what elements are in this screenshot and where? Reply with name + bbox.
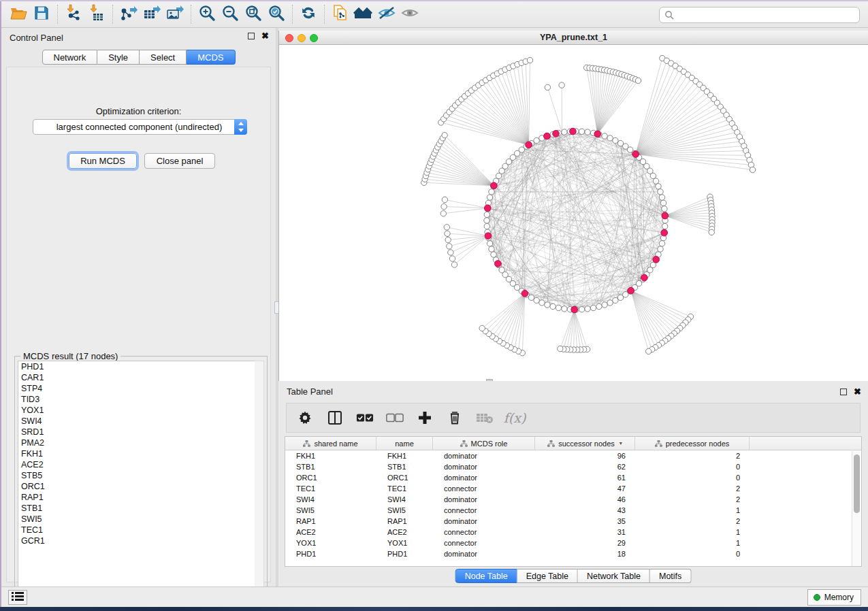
zoom-in-button[interactable] xyxy=(195,4,219,24)
delete-table-button[interactable] xyxy=(476,409,494,427)
table-row[interactable]: SWI5SWI5connector431 xyxy=(285,505,861,516)
show-all-button[interactable] xyxy=(398,4,421,24)
table-row[interactable]: RAP1RAP1dominator352 xyxy=(285,516,861,527)
criterion-dropdown[interactable]: largest connected component (undirected) xyxy=(33,119,247,135)
table-cell[interactable]: ORC1 xyxy=(285,472,376,483)
table-scrollbar-thumb[interactable] xyxy=(854,455,860,513)
column-layout-button[interactable] xyxy=(326,409,344,427)
table-cell[interactable]: 1 xyxy=(635,527,750,538)
mcds-result-item[interactable]: FKH1 xyxy=(18,448,255,459)
table-row[interactable]: PHD1PHD1dominator180 xyxy=(285,548,861,559)
table-cell[interactable]: dominator xyxy=(433,472,535,483)
select-all-button[interactable] xyxy=(356,409,374,427)
table-cell[interactable]: 1 xyxy=(635,505,750,516)
mcds-result-item[interactable]: TID3 xyxy=(18,394,255,405)
mcds-result-item[interactable]: STP4 xyxy=(18,383,255,394)
table-cell[interactable]: dominator xyxy=(433,516,535,527)
refresh-button[interactable] xyxy=(297,4,320,24)
mcds-result-item[interactable]: CAR1 xyxy=(18,372,255,383)
table-cell[interactable]: 1 xyxy=(635,538,750,548)
mcds-result-item[interactable]: TEC1 xyxy=(18,525,255,535)
table-cell[interactable]: connector xyxy=(433,527,535,538)
table-cell[interactable]: 29 xyxy=(535,538,635,548)
zoom-out-button[interactable] xyxy=(219,4,242,24)
table-cell[interactable]: 2 xyxy=(635,494,750,505)
save-button[interactable] xyxy=(30,4,53,24)
table-cell[interactable]: 18 xyxy=(535,548,635,559)
zoom-fit-button[interactable] xyxy=(242,4,265,24)
mcds-result-item[interactable]: SRD1 xyxy=(18,427,255,437)
table-cell[interactable]: 0 xyxy=(635,548,750,559)
table-cell[interactable]: SWI4 xyxy=(285,494,376,505)
table-cell[interactable]: ACE2 xyxy=(376,527,433,538)
column-header-name[interactable]: name xyxy=(376,437,433,450)
tab-edge-table[interactable]: Edge Table xyxy=(517,569,578,583)
network-window-titlebar[interactable]: YPA_prune.txt_1 xyxy=(279,31,868,45)
mcds-result-list[interactable]: PHD1CAR1STP4TID3YOX1SWI4SRD1PMA2FKH1ACE2… xyxy=(18,361,256,603)
tab-motifs[interactable]: Motifs xyxy=(650,569,691,583)
tab-node-table[interactable]: Node Table xyxy=(455,569,517,583)
table-cell[interactable]: 46 xyxy=(535,494,635,505)
table-cell[interactable]: TEC1 xyxy=(285,483,376,494)
column-header-shared-name[interactable]: shared name xyxy=(285,437,376,450)
mcds-result-item[interactable]: SWI5 xyxy=(18,514,255,525)
table-scrollbar[interactable] xyxy=(852,451,861,566)
table-cell[interactable]: 0 xyxy=(635,472,750,483)
table-row[interactable]: TEC1TEC1connector472 xyxy=(285,483,861,494)
table-cell[interactable]: ACE2 xyxy=(285,527,376,538)
mcds-list-scrollbar[interactable] xyxy=(255,361,264,603)
search-input[interactable] xyxy=(659,7,860,23)
table-cell[interactable]: RAP1 xyxy=(376,516,433,527)
float-panel-icon[interactable] xyxy=(840,389,847,395)
table-cell[interactable]: SWI4 xyxy=(376,494,433,505)
table-cell[interactable]: YOX1 xyxy=(285,538,376,548)
float-panel-icon[interactable] xyxy=(248,33,255,39)
mcds-result-item[interactable]: SWI4 xyxy=(18,416,255,427)
tab-select[interactable]: Select xyxy=(140,50,187,65)
hide-selected-button[interactable] xyxy=(375,4,398,24)
mcds-result-item[interactable]: ORC1 xyxy=(18,481,255,492)
table-cell[interactable]: dominator xyxy=(433,450,535,461)
table-cell[interactable]: connector xyxy=(433,538,535,548)
import-table-button[interactable] xyxy=(85,4,108,24)
column-header-predecessor-nodes[interactable]: predecessor nodes xyxy=(635,437,750,450)
table-row[interactable]: ACE2ACE2connector311 xyxy=(285,527,861,538)
table-cell[interactable]: STB1 xyxy=(285,461,376,472)
mcds-result-item[interactable]: PHD1 xyxy=(18,361,255,372)
mcds-result-item[interactable]: ACE2 xyxy=(18,459,255,470)
table-cell[interactable]: PHD1 xyxy=(285,548,376,559)
mcds-result-item[interactable]: YOX1 xyxy=(18,405,255,416)
close-panel-icon[interactable]: ✖ xyxy=(261,33,269,39)
table-cell[interactable]: 61 xyxy=(535,472,635,483)
table-cell[interactable]: TEC1 xyxy=(376,483,433,494)
add-column-button[interactable] xyxy=(416,409,434,427)
table-cell[interactable]: 62 xyxy=(535,461,635,472)
tab-style[interactable]: Style xyxy=(97,50,140,65)
table-row[interactable]: YOX1YOX1connector291 xyxy=(285,538,861,548)
tab-network[interactable]: Network xyxy=(42,50,97,65)
table-cell[interactable]: FKH1 xyxy=(376,450,433,461)
table-cell[interactable]: 35 xyxy=(535,516,635,527)
table-cell[interactable]: 47 xyxy=(535,483,635,494)
column-header-successor-nodes[interactable]: successor nodes▾ xyxy=(535,437,635,450)
first-neighbors-button[interactable] xyxy=(352,4,375,24)
memory-button[interactable]: Memory xyxy=(807,589,861,606)
delete-column-button[interactable] xyxy=(446,409,464,427)
table-settings-button[interactable] xyxy=(296,409,314,427)
table-cell[interactable]: ORC1 xyxy=(376,472,433,483)
table-cell[interactable]: dominator xyxy=(433,548,535,559)
table-cell[interactable]: 96 xyxy=(535,450,635,461)
mcds-result-item[interactable]: PMA2 xyxy=(18,437,255,448)
close-panel-button[interactable]: Close panel xyxy=(144,153,215,169)
table-row[interactable]: FKH1FKH1dominator962 xyxy=(285,450,861,461)
column-header-MCDS-role[interactable]: MCDS role xyxy=(433,437,535,450)
export-image-button[interactable] xyxy=(163,4,187,24)
table-cell[interactable]: SWI5 xyxy=(376,505,433,516)
table-cell[interactable]: YOX1 xyxy=(376,538,433,548)
mcds-result-item[interactable]: GCR1 xyxy=(18,535,255,546)
table-cell[interactable]: RAP1 xyxy=(285,516,376,527)
tab-network-table[interactable]: Network Table xyxy=(578,569,650,583)
table-cell[interactable]: dominator xyxy=(433,494,535,505)
close-panel-icon[interactable]: ✖ xyxy=(854,389,861,395)
table-cell[interactable]: 31 xyxy=(535,527,635,538)
